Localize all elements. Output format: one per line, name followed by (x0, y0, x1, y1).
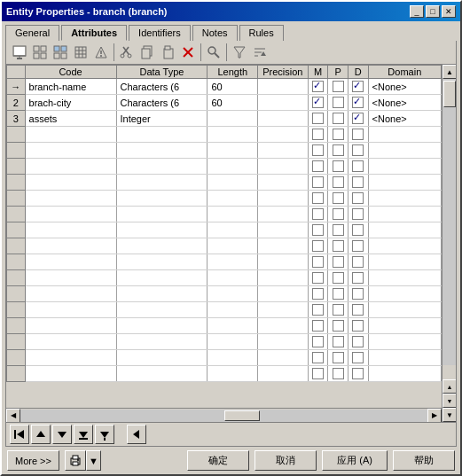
checkbox[interactable] (333, 129, 344, 140)
checkbox[interactable] (333, 192, 344, 204)
help-button[interactable]: 帮助 (393, 450, 455, 471)
move-down-alt-btn[interactable] (95, 425, 114, 444)
print-dropdown-btn[interactable]: ▼ (86, 450, 101, 471)
checkbox[interactable] (312, 304, 324, 316)
checkbox[interactable] (312, 272, 324, 284)
hscroll-left-btn[interactable]: ◀ (6, 409, 20, 423)
checkbox[interactable] (352, 144, 364, 156)
checkbox[interactable] (352, 352, 364, 363)
toolbar-delete-btn[interactable] (178, 43, 198, 62)
hscroll-right-btn[interactable]: ▶ (427, 409, 442, 423)
ok-button[interactable]: 确定 (187, 450, 249, 471)
checkbox[interactable] (312, 224, 324, 236)
toolbar-btn-0[interactable] (10, 43, 29, 62)
hscroll-track[interactable] (20, 410, 427, 422)
cell-code-2[interactable]: brach-city (25, 95, 116, 111)
toolbar-search-btn[interactable] (204, 43, 223, 62)
cell-m-3[interactable] (308, 111, 328, 127)
checkbox-m-2[interactable] (312, 97, 324, 108)
tab-rules[interactable]: Rules (239, 25, 284, 41)
checkbox[interactable] (352, 192, 364, 204)
tab-notes[interactable]: Notes (192, 25, 238, 41)
checkbox[interactable] (312, 144, 324, 156)
cell-m-2[interactable] (308, 95, 328, 111)
checkbox[interactable] (352, 129, 364, 140)
checkbox[interactable] (352, 320, 364, 332)
checkbox-p-1[interactable] (333, 81, 344, 92)
checkbox[interactable] (333, 336, 344, 347)
checkbox-m-3[interactable] (312, 113, 324, 124)
vscroll-thumb[interactable] (443, 81, 456, 107)
checkbox[interactable] (352, 240, 364, 252)
checkbox-m-1[interactable] (312, 81, 324, 92)
checkbox[interactable] (312, 352, 324, 363)
vscroll-page-up-btn[interactable]: ▲ (442, 379, 456, 394)
move-to-bottom-btn[interactable] (74, 425, 93, 444)
more-button[interactable]: More >> (7, 450, 59, 471)
checkbox-d-3[interactable] (352, 113, 364, 124)
minimize-button[interactable]: _ (410, 5, 424, 18)
checkbox[interactable] (333, 160, 344, 172)
cell-domain-1[interactable]: <None> (368, 79, 441, 95)
toolbar-filter-btn[interactable] (230, 43, 249, 62)
cell-type-1[interactable]: Characters (6 (116, 79, 208, 95)
checkbox[interactable] (333, 208, 344, 220)
vertical-scrollbar[interactable]: ▲ ▲ ▼ ▼ (442, 65, 456, 422)
table-row[interactable]: 3 assets Integer <None> (7, 111, 442, 127)
apply-button[interactable]: 应用 (A) (322, 450, 388, 471)
checkbox[interactable] (352, 288, 364, 300)
checkbox[interactable] (312, 129, 324, 140)
checkbox[interactable] (352, 224, 364, 236)
cell-len-1[interactable]: 60 (208, 79, 258, 95)
checkbox-p-3[interactable] (333, 113, 344, 124)
checkbox[interactable] (352, 208, 364, 220)
checkbox[interactable] (333, 272, 344, 284)
checkbox[interactable] (333, 144, 344, 156)
vscroll-up-btn[interactable]: ▲ (442, 65, 456, 79)
vscroll-track[interactable] (442, 79, 456, 365)
horizontal-scrollbar[interactable]: ◀ ▶ (6, 408, 442, 422)
checkbox[interactable] (352, 368, 364, 379)
move-to-first-btn[interactable] (10, 425, 29, 444)
cell-len-2[interactable]: 60 (208, 95, 258, 111)
checkbox[interactable] (333, 352, 344, 363)
cell-d-3[interactable] (348, 111, 368, 127)
cell-code-1[interactable]: branch-name (25, 79, 116, 95)
cell-d-2[interactable] (348, 95, 368, 111)
checkbox[interactable] (333, 288, 344, 300)
vscroll-down-btn[interactable]: ▼ (442, 408, 456, 422)
cell-p-1[interactable] (328, 79, 348, 95)
tab-identifiers[interactable]: Identifiers (129, 25, 191, 41)
toolbar-paste-btn[interactable] (158, 43, 177, 62)
cell-p-3[interactable] (328, 111, 348, 127)
checkbox[interactable] (333, 176, 344, 188)
move-down-btn[interactable] (52, 425, 72, 444)
cell-type-3[interactable]: Integer (116, 111, 208, 127)
checkbox[interactable] (312, 368, 324, 379)
checkbox[interactable] (352, 272, 364, 284)
toolbar-btn-2[interactable] (51, 43, 70, 62)
checkbox[interactable] (352, 336, 364, 347)
table-row[interactable]: 2 brach-city Characters (6 60 <None> (7, 95, 442, 111)
cell-domain-3[interactable]: <None> (368, 111, 441, 127)
checkbox[interactable] (312, 256, 324, 268)
cell-m-1[interactable] (308, 79, 328, 95)
toolbar-sort-btn[interactable] (250, 43, 270, 62)
toolbar-btn-1[interactable] (30, 43, 50, 62)
checkbox[interactable] (312, 288, 324, 300)
checkbox[interactable] (312, 208, 324, 220)
checkbox[interactable] (352, 160, 364, 172)
checkbox[interactable] (312, 320, 324, 332)
cell-type-2[interactable]: Characters (6 (116, 95, 208, 111)
checkbox[interactable] (333, 240, 344, 252)
checkbox[interactable] (312, 176, 324, 188)
table-row[interactable]: branch-name Characters (6 60 <None> (7, 79, 442, 95)
checkbox-d-1[interactable] (352, 81, 364, 92)
checkbox[interactable] (352, 304, 364, 316)
checkbox[interactable] (352, 256, 364, 268)
cell-p-2[interactable] (328, 95, 348, 111)
toolbar-btn-4[interactable] (91, 43, 111, 62)
cancel-button[interactable]: 取消 (254, 450, 317, 471)
tab-attributes[interactable]: Attributes (61, 25, 127, 41)
checkbox[interactable] (312, 192, 324, 204)
